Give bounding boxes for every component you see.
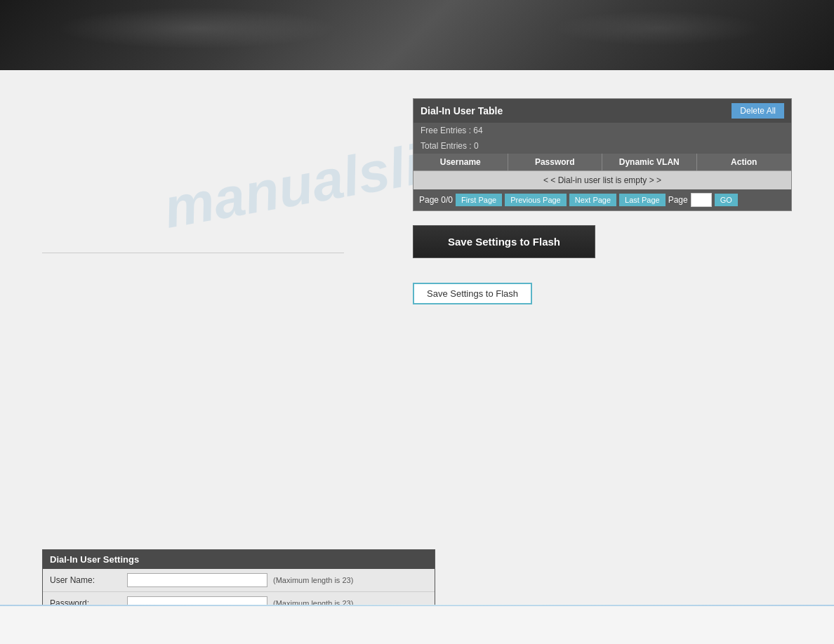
total-entries-text: Total Entries : 0 (421, 141, 479, 151)
free-entries-info: Free Entries : 64 (413, 123, 791, 138)
total-entries-info: Total Entries : 0 (413, 138, 791, 154)
page-info-text: Page 0/0 (419, 195, 453, 205)
delete-all-button[interactable]: Delete All (732, 103, 784, 119)
footer-divider (0, 605, 834, 605)
next-page-button[interactable]: Next Page (569, 194, 616, 206)
first-page-button[interactable]: First Page (456, 194, 502, 206)
col-header-dynamic-vlan: Dynamic VLAN (602, 154, 697, 170)
table-pagination: Page 0/0 First Page Previous Page Next P… (413, 189, 791, 210)
go-button[interactable]: GO (715, 194, 738, 206)
col-header-username: Username (413, 154, 508, 170)
save-settings-flash-button-small[interactable]: Save Settings to Flash (413, 283, 532, 304)
settings-panel-title: Dial-In User Settings (43, 550, 435, 569)
user-name-input[interactable] (127, 573, 267, 587)
page-label-text: Page (668, 195, 688, 205)
col-header-password: Password (508, 154, 603, 170)
user-name-hint: (Maximum length is 23) (273, 576, 353, 584)
footer (0, 605, 834, 644)
user-name-label: User Name: (50, 575, 127, 585)
table-title: Dial-In User Table (421, 105, 503, 116)
header-banner (0, 0, 834, 70)
table-header: Dial-In User Table Delete All (413, 99, 791, 123)
page-number-input[interactable] (691, 193, 712, 207)
content-divider (42, 253, 344, 253)
col-header-action: Action (697, 154, 792, 170)
previous-page-button[interactable]: Previous Page (505, 194, 567, 206)
save-settings-flash-button-large[interactable]: Save Settings to Flash (413, 225, 595, 258)
dial-in-user-table: Dial-In User Table Delete All Free Entri… (413, 98, 792, 211)
user-name-row: User Name: (Maximum length is 23) (43, 569, 435, 592)
free-entries-text: Free Entries : 64 (421, 126, 483, 135)
table-empty-message: < < Dial-in user list is empty > > (413, 170, 791, 189)
last-page-button[interactable]: Last Page (619, 194, 666, 206)
right-panel: Dial-In User Table Delete All Free Entri… (413, 98, 792, 304)
table-column-headers: Username Password Dynamic VLAN Action (413, 154, 791, 170)
